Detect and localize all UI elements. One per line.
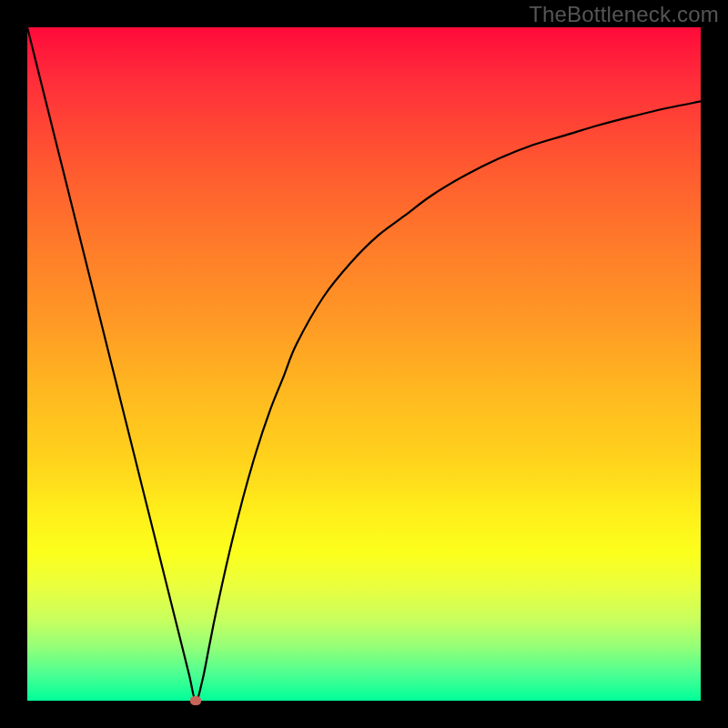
chart-container: TheBottleneck.com xyxy=(0,0,728,728)
optimum-marker xyxy=(190,696,201,705)
watermark-text: TheBottleneck.com xyxy=(529,2,719,27)
plot-area xyxy=(27,27,701,701)
curve-layer xyxy=(27,27,701,701)
bottleneck-curve xyxy=(27,27,701,701)
